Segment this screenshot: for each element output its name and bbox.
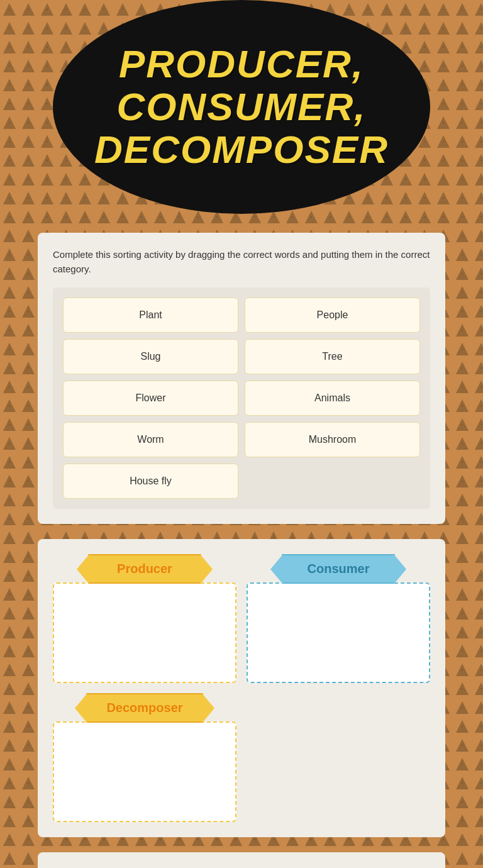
tile-people[interactable]: People: [245, 298, 420, 333]
instructions-text: Complete this sorting activity by draggi…: [53, 248, 430, 276]
tile-animals[interactable]: Animals: [245, 381, 420, 416]
consumer-ribbon: Consumer: [282, 554, 395, 584]
tile-slug[interactable]: Slug: [63, 339, 238, 374]
tile-worm[interactable]: Worm: [63, 422, 238, 457]
tile-flower[interactable]: Flower: [63, 381, 238, 416]
decomposer-ribbon-banner: Decomposer: [53, 693, 236, 723]
consumer-ribbon-banner: Consumer: [247, 554, 430, 584]
matching-section: Matching Match the type of consumer to t…: [38, 852, 445, 868]
tile-plant[interactable]: Plant: [63, 298, 238, 333]
producer-ribbon: Producer: [88, 554, 201, 584]
tile-mushroom[interactable]: Mushroom: [245, 422, 420, 457]
category-producer: Producer: [53, 554, 236, 683]
tile-housefly[interactable]: House fly: [63, 464, 238, 499]
word-tiles-section: Complete this sorting activity by draggi…: [38, 233, 445, 524]
word-grid: Plant People Slug Tree Flower Animals Wo…: [53, 287, 430, 509]
page-title: Producer, Consumer, Decomposer: [82, 30, 401, 184]
decomposer-drop-zone[interactable]: [53, 721, 236, 822]
category-decomposer: Decomposer: [53, 693, 236, 822]
consumer-drop-zone[interactable]: [247, 582, 430, 683]
tile-tree[interactable]: Tree: [245, 339, 420, 374]
decomposer-ribbon: Decomposer: [86, 693, 203, 723]
sorting-grid: Producer Consumer Decomposer: [53, 554, 430, 822]
producer-drop-zone[interactable]: [53, 582, 236, 683]
producer-ribbon-banner: Producer: [53, 554, 236, 584]
sorting-section: Producer Consumer Decomposer: [38, 539, 445, 837]
category-consumer: Consumer: [247, 554, 430, 683]
header-circle: Producer, Consumer, Decomposer: [53, 0, 430, 214]
